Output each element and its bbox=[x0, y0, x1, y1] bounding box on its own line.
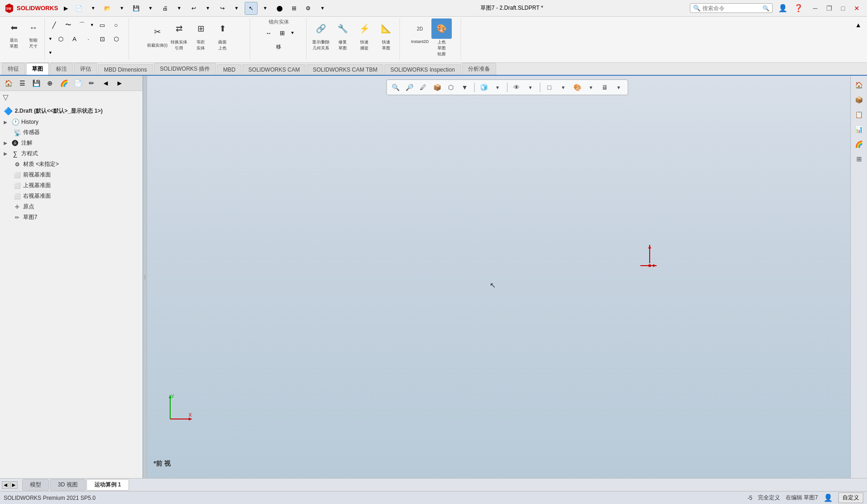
btm-tab-motion[interactable]: 运动算例 1 bbox=[86, 479, 129, 491]
tab-mbd-dimensions[interactable]: MBD Dimensions bbox=[98, 64, 153, 75]
repair-sketch-button[interactable]: 🔧 bbox=[332, 18, 353, 39]
array-dropdown[interactable]: ▼ bbox=[290, 26, 295, 39]
select-dropdown[interactable]: ▼ bbox=[259, 2, 272, 15]
maximize-button[interactable]: □ bbox=[836, 2, 849, 15]
vp-appear-dropdown[interactable]: ▼ bbox=[557, 81, 569, 93]
spline-button[interactable]: 〜 bbox=[61, 18, 74, 31]
save-button[interactable]: 💾 bbox=[130, 2, 143, 15]
vp-hide-show-btn[interactable]: 👁 bbox=[510, 81, 523, 93]
panel-next-btn[interactable]: ▶ bbox=[113, 77, 126, 90]
run-button[interactable]: ▶ bbox=[61, 3, 71, 13]
toggle-button[interactable]: ⬤ bbox=[273, 2, 286, 15]
search-submit[interactable]: 🔍 bbox=[762, 5, 769, 12]
select-button[interactable]: ↖ bbox=[245, 2, 258, 15]
exit-sketch-button[interactable]: ⬅ bbox=[5, 18, 23, 37]
arc-dropdown[interactable]: ▼ bbox=[89, 18, 95, 31]
vp-section-btn[interactable]: 📦 bbox=[431, 81, 443, 93]
vp-dynamic-section-btn[interactable]: ⬡ bbox=[445, 81, 457, 93]
new-dropdown[interactable]: ▼ bbox=[87, 2, 100, 15]
rs-color-btn[interactable]: 🌈 bbox=[853, 138, 866, 151]
user-button[interactable]: 👤 bbox=[776, 2, 789, 15]
tab-evaluate[interactable]: 评估 bbox=[74, 63, 97, 75]
tab-sw-cam-tbm[interactable]: SOLIDWORKS CAM TBM bbox=[307, 64, 383, 75]
vp-display-dropdown[interactable]: ▼ bbox=[459, 81, 471, 93]
slot-dropdown[interactable]: ▼ bbox=[48, 46, 53, 59]
vp-zoom-area-btn[interactable]: 🔎 bbox=[403, 81, 415, 93]
surface-up-button[interactable]: ⬆ bbox=[212, 18, 233, 39]
tab-sw-inspection[interactable]: SOLIDWORKS Inspection bbox=[384, 64, 461, 75]
viewport[interactable]: 🔍 🔎 🖊 📦 ⬡ ▼ 🧊 ▼ 👁 ▼ □ ▼ 🎨 ▼ 🖥 ▼ bbox=[147, 76, 867, 478]
tree-item-right-plane[interactable]: ▶ ⬜ 右视基准面 bbox=[2, 191, 141, 201]
smart-dim-button[interactable]: ↔ bbox=[24, 18, 43, 37]
circle-button[interactable]: ○ bbox=[110, 18, 123, 31]
panel-add-relation-btn[interactable]: ⊕ bbox=[43, 77, 56, 90]
vp-screen-btn[interactable]: 🖥 bbox=[599, 81, 611, 93]
vp-render-dropdown[interactable]: ▼ bbox=[585, 81, 597, 93]
tree-item-material[interactable]: ▶ ⚙ 材质 <未指定> bbox=[2, 159, 141, 170]
grid-button[interactable]: ⊞ bbox=[288, 2, 301, 15]
open-dropdown[interactable]: ▼ bbox=[116, 2, 129, 15]
panel-home-btn[interactable]: 🏠 bbox=[2, 77, 15, 90]
vp-screen-dropdown[interactable]: ▼ bbox=[613, 81, 625, 93]
fast-capture-button[interactable]: ⚡ bbox=[354, 18, 375, 39]
settings-button[interactable]: ⚙ bbox=[302, 2, 315, 15]
tree-item-origin[interactable]: ▶ ✛ 原点 bbox=[2, 201, 141, 212]
tree-item-equations[interactable]: ▶ ∑ 方程式 bbox=[2, 148, 141, 159]
restore-button[interactable]: ❐ bbox=[823, 2, 836, 15]
vp-hide-dropdown[interactable]: ▼ bbox=[524, 81, 536, 93]
vp-3d-view-btn[interactable]: 🖊 bbox=[417, 81, 429, 93]
tab-annotation[interactable]: 标注 bbox=[50, 63, 73, 75]
panel-color-btn[interactable]: 🌈 bbox=[57, 77, 70, 90]
tab-sketch[interactable]: 草图 bbox=[26, 63, 49, 75]
btm-tab-3dview[interactable]: 3D 视图 bbox=[50, 479, 86, 491]
rs-table-btn[interactable]: ⊞ bbox=[853, 152, 866, 165]
redo-dropdown[interactable]: ▼ bbox=[230, 2, 243, 15]
toolbar-collapse[interactable]: ▲ bbox=[852, 20, 864, 30]
fast-sketch-button[interactable]: 📐 bbox=[376, 18, 396, 39]
tree-item-top-plane[interactable]: ▶ ⬜ 上视基准面 bbox=[2, 180, 141, 191]
circle-dropdown[interactable]: ▼ bbox=[48, 32, 53, 45]
point-button[interactable]: · bbox=[82, 32, 95, 45]
construction-button[interactable]: ⊡ bbox=[96, 32, 109, 45]
undo-dropdown[interactable]: ▼ bbox=[202, 2, 215, 15]
panel-resize-handle[interactable]: | bbox=[143, 76, 147, 478]
undo-button[interactable]: ↩ bbox=[187, 2, 200, 15]
instant2d-button[interactable]: 2D bbox=[410, 18, 430, 39]
tree-item-annotation[interactable]: ▶ 🅐 注解 bbox=[2, 138, 141, 148]
search-input[interactable] bbox=[702, 5, 762, 12]
text-button[interactable]: A bbox=[68, 32, 81, 45]
tree-item-sketch7[interactable]: ▶ ✏ 草图7 bbox=[2, 212, 141, 223]
new-button[interactable]: 📄 bbox=[73, 2, 86, 15]
tab-analysis[interactable]: 分析准备 bbox=[462, 63, 496, 75]
rs-doc-btn[interactable]: 📋 bbox=[853, 108, 866, 121]
panel-edit-btn[interactable]: ✏ bbox=[85, 77, 98, 90]
settings-dropdown[interactable]: ▼ bbox=[316, 2, 329, 15]
close-button[interactable]: ✕ bbox=[850, 2, 863, 15]
filter-icon[interactable]: ▽ bbox=[3, 93, 8, 102]
crop-button[interactable]: ✂ bbox=[147, 22, 167, 42]
vp-zoom-fit-btn[interactable]: 🔍 bbox=[389, 81, 401, 93]
linear-array-button[interactable]: ⊞ bbox=[276, 26, 289, 39]
minimize-button[interactable]: ─ bbox=[809, 2, 822, 15]
rs-chart-btn[interactable]: 📊 bbox=[853, 123, 866, 136]
tab-sw-plugins[interactable]: SOLIDWORKS 插件 bbox=[154, 63, 216, 75]
tree-item-sensor[interactable]: ▶ 📡 传感器 bbox=[2, 127, 141, 138]
rs-3d-btn[interactable]: 📦 bbox=[853, 93, 866, 106]
tab-sw-cam[interactable]: SOLIDWORKS CAM bbox=[242, 64, 306, 75]
move-button[interactable]: 移 bbox=[272, 40, 285, 53]
vp-view-orient-dropdown[interactable]: ▼ bbox=[492, 81, 504, 93]
redo-button[interactable]: ↪ bbox=[216, 2, 229, 15]
tab-mbd[interactable]: MBD bbox=[217, 64, 241, 75]
panel-list-btn[interactable]: ☰ bbox=[16, 77, 29, 90]
scroll-left-btn[interactable]: ◀ bbox=[2, 481, 9, 489]
rectangle-button[interactable]: ▭ bbox=[96, 18, 109, 31]
vp-view-orient-btn[interactable]: 🧊 bbox=[478, 81, 490, 93]
tree-item-front-plane[interactable]: ▶ ⬜ 前视基准面 bbox=[2, 170, 141, 180]
vp-appear-btn[interactable]: □ bbox=[543, 81, 555, 93]
help-button[interactable]: ❓ bbox=[792, 2, 805, 15]
tree-item-history[interactable]: ▶ 🕐 History bbox=[2, 117, 141, 127]
print-button[interactable]: 🖨 bbox=[159, 2, 172, 15]
line-button[interactable]: ╱ bbox=[48, 18, 61, 31]
convert-button[interactable]: ⇄ bbox=[169, 18, 189, 39]
vp-render-btn[interactable]: 🎨 bbox=[571, 81, 583, 93]
